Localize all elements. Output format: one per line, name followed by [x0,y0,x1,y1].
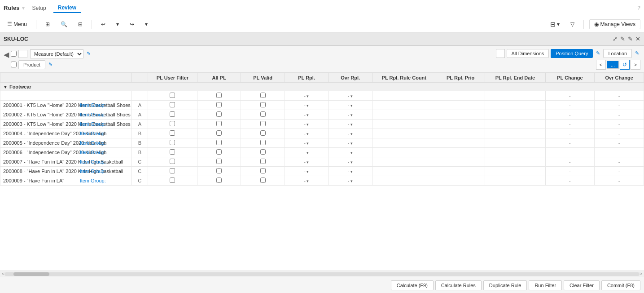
pl-rpl-rule-count-cell [372,148,436,157]
pl-rpl-prio-cell [436,129,485,138]
ovr-change-cell: - [595,167,644,176]
calculate-rules-button[interactable]: Calculate Rules [435,280,482,290]
pin-button[interactable]: ✎ [628,36,633,42]
pl-rpl-end-date-cell [485,157,545,167]
help-icon[interactable]: ? [637,5,640,11]
scroll-thumb[interactable] [13,272,49,276]
pl-rpl-rule-count-cell [372,129,436,138]
col-product [0,73,77,83]
ovr-change-cell: - [595,101,644,110]
location-edit[interactable]: ✎ [634,50,640,56]
search-button[interactable]: 🔍 [57,20,71,29]
measure-edit-button[interactable]: ✎ [85,51,92,57]
table-row: 2000001 - KT5 Low "Home" 2020 Men's Bask… [0,101,644,110]
position-query-button[interactable]: Position Query [551,49,593,58]
ovr-change-cell: - [595,157,644,167]
maximize-button[interactable]: ⤢ [613,36,618,42]
section-aggregate-row: - ▾ - ▾ - - [0,91,644,101]
col-group [77,73,131,83]
all-pl-cell [197,129,241,138]
group-cell: Item Group: [77,176,131,186]
redo-button[interactable]: ↪ [126,20,138,29]
next-button[interactable]: > [631,60,640,70]
pl-user-filter-cell [148,101,197,110]
pl-user-filter-cell [148,110,197,120]
pl-rpl-end-date-cell [485,167,545,176]
agg-product [0,91,77,101]
commit--f8--button[interactable]: Commit (F8) [601,280,640,290]
scroll-track[interactable] [4,272,640,276]
pl-rpl-cell: - ▾ [285,129,329,138]
ovr-rpl-cell: - ▾ [329,138,372,148]
letter-cell: A [131,120,148,129]
col-pl-valid: PL Valid [241,73,285,83]
agg-pl-valid [241,91,285,101]
column-settings-button[interactable]: ⊟ ▾ [547,19,563,29]
pl-rpl-rule-count-cell [372,110,436,120]
all-dimensions-button[interactable]: All Dimensions [507,49,549,58]
col-pl-rpl: PL Rpl. [285,73,329,83]
group-cell: Item Group: [77,157,131,167]
section-row: ▼Footwear [0,83,644,91]
pl-rpl-end-date-cell [485,129,545,138]
position-query-edit[interactable]: ✎ [595,50,601,56]
manage-views-button[interactable]: ◉ Manage Views [589,19,641,29]
pl-user-filter-cell [148,120,197,129]
product-cell: 2000003 - KT5 Low "Home" 2020 Men's Bask… [0,120,77,129]
pl-rpl-rule-count-cell [372,157,436,167]
product-edit-button[interactable]: ✎ [47,62,54,67]
undo-button[interactable]: ↩ [97,20,109,29]
product-cell: 2000006 - "Independence Day" 2020 Kids H… [0,148,77,157]
tab-setup[interactable]: Setup [27,4,50,13]
prev-button[interactable]: < [596,60,606,70]
collapse-arrow[interactable]: ◀ [4,50,9,59]
product-checkbox[interactable] [11,62,17,67]
redo-icon: ↪ [130,21,134,27]
close-button[interactable]: ✕ [635,36,640,42]
pl-user-filter-cell [148,157,197,167]
product-button[interactable]: Product [18,60,45,69]
duplicate-rule-button[interactable]: Duplicate Rule [483,280,527,290]
pl-change-cell: - [545,167,595,176]
dots-button[interactable]: ... [607,61,619,69]
refresh-button[interactable]: ↺ [620,60,630,70]
grid-container[interactable]: PL User Filter All PL PL Valid PL Rpl. O… [0,73,644,271]
undo-dropdown[interactable]: ▾ [113,20,123,29]
measure-checkbox[interactable] [11,51,17,57]
col-pl-change: PL Change [545,73,595,83]
run-filter-button[interactable]: Run Filter [529,280,562,290]
left-controls: ◀ Measure (Default) ✎ Product ✎ [4,49,92,69]
clear-filter-button[interactable]: Clear Filter [564,280,600,290]
redo-dropdown[interactable]: ▾ [141,20,151,29]
edit-button[interactable]: ✎ [620,36,625,42]
group-cell: Item Group: [77,138,131,148]
all-pl-cell [197,120,241,129]
measure-row: Measure (Default) ✎ [11,49,92,58]
grid-area: PL User Filter All PL PL Valid PL Rpl. O… [0,73,644,277]
table-row: 2000008 - "Have Fun in LA" 2020 Kids Hig… [0,167,644,176]
pl-change-cell: - [545,110,595,120]
measure-select[interactable]: Measure (Default) [30,49,83,58]
agg-pl-rpl: - ▾ [285,91,329,101]
tab-review[interactable]: Review [53,3,81,13]
pl-valid-cell [241,176,285,186]
rules-button[interactable]: Rules [4,4,19,11]
table-icon[interactable] [496,49,505,58]
horizontal-scrollbar[interactable]: < > [0,271,644,277]
group-cell: Item Group: [77,167,131,176]
table-row: 2000006 - "Independence Day" 2020 Kids H… [0,148,644,157]
expand-icon[interactable]: ▼ [3,84,8,89]
calculate--f9--button[interactable]: Calculate (F9) [391,280,434,290]
location-button[interactable]: Location [603,49,632,58]
pl-rpl-cell: - ▾ [285,101,329,110]
manage-views-label: Manage Views [600,21,636,27]
filter-button[interactable]: ▽ [567,20,578,29]
letter-cell: C [131,176,148,186]
export-button[interactable]: ⊟ [74,20,86,29]
grid-view-button[interactable]: ⊞ [42,20,53,29]
menu-button[interactable]: ☰ Menu [4,20,31,29]
agg-pl-rpl-rule-count [372,91,436,101]
pl-change-cell: - [545,138,595,148]
pl-valid-cell [241,120,285,129]
pl-rpl-rule-count-cell [372,167,436,176]
